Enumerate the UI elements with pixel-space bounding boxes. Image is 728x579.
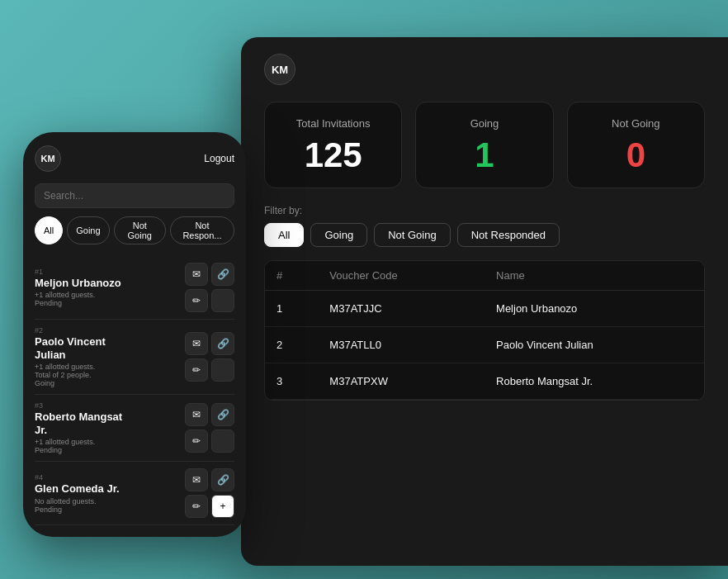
row-number: 3 xyxy=(265,363,318,400)
guest-actions: ✉ 🔗 ✏ xyxy=(185,332,234,382)
spacer-btn xyxy=(211,358,234,382)
guest-actions: ✉ 🔗 ✏ + xyxy=(185,468,234,518)
col-number: # xyxy=(265,261,318,291)
phone-guest-item: #4 Glen Comeda Jr. No allotted guests. P… xyxy=(35,462,234,525)
stat-going-value: 1 xyxy=(475,138,494,173)
stats-row: Total Invitations 125 Going 1 Not Going … xyxy=(264,102,705,188)
col-voucher: Voucher Code xyxy=(318,261,485,291)
stat-total-value: 125 xyxy=(305,138,362,173)
guest-number: #3 xyxy=(35,401,185,410)
guest-actions: ✉ 🔗 ✏ xyxy=(185,403,234,453)
guest-info: #2 Paolo VincentJulian +1 allotted guest… xyxy=(35,326,185,387)
phone-guest-item: #3 Roberto MangsatJr. +1 allotted guests… xyxy=(35,395,234,462)
row-voucher: M37ATPXW xyxy=(318,363,485,400)
guest-number: #2 xyxy=(35,326,185,335)
edit-button[interactable]: ✏ xyxy=(185,289,208,312)
guest-status: Pending xyxy=(35,446,185,454)
data-table: # Voucher Code Name 1 M37ATJJC Meljon Ur… xyxy=(265,261,704,400)
logout-button[interactable]: Logout xyxy=(204,153,234,164)
guest-name: Glen Comeda Jr. xyxy=(35,482,185,496)
phone-device: KM Logout All Going Not Going Not Respon… xyxy=(23,132,246,537)
row-voucher: M37ATLL0 xyxy=(318,327,485,363)
col-name: Name xyxy=(485,261,704,291)
phone-tab-not-responded[interactable]: Not Respon... xyxy=(170,216,234,244)
row-name: Meljon Urbanozo xyxy=(485,291,704,327)
table-row[interactable]: 1 M37ATJJC Meljon Urbanozo xyxy=(265,291,704,327)
email-button[interactable]: ✉ xyxy=(185,332,208,355)
email-button[interactable]: ✉ xyxy=(185,263,208,286)
filter-section: Filter by: All Going Not Going Not Respo… xyxy=(264,205,705,247)
tablet-header: KM xyxy=(264,54,705,85)
data-table-wrapper: # Voucher Code Name 1 M37ATJJC Meljon Ur… xyxy=(264,260,705,401)
guest-info: #3 Roberto MangsatJr. +1 allotted guests… xyxy=(35,401,185,454)
row-number: 1 xyxy=(265,291,318,327)
phone-tab-not-going[interactable]: Not Going xyxy=(114,216,166,244)
phone-header: KM Logout xyxy=(35,145,234,172)
stat-card-total: Total Invitations 125 xyxy=(264,102,402,188)
edit-button[interactable]: ✏ xyxy=(185,430,208,453)
link-button[interactable]: 🔗 xyxy=(211,332,234,355)
filter-buttons: All Going Not Going Not Responded xyxy=(264,223,705,247)
stat-not-going-value: 0 xyxy=(626,138,645,173)
add-button[interactable]: + xyxy=(211,495,234,518)
phone-guest-list: #1 Meljon Urbanozo +1 allotted guests. P… xyxy=(35,256,234,525)
table-row[interactable]: 3 M37ATPXW Roberto Mangsat Jr. xyxy=(265,363,704,400)
phone-guest-item: #2 Paolo VincentJulian +1 allotted guest… xyxy=(35,320,234,395)
filter-not-going-button[interactable]: Not Going xyxy=(374,223,451,247)
guest-meta: +1 allotted guests. xyxy=(35,291,185,299)
guest-actions: ✉ 🔗 ✏ xyxy=(185,263,234,312)
row-name: Roberto Mangsat Jr. xyxy=(485,363,704,400)
guest-number: #4 xyxy=(35,473,185,482)
stat-card-not-going: Not Going 0 xyxy=(567,102,705,188)
row-number: 2 xyxy=(265,327,318,363)
guest-number: #1 xyxy=(35,268,185,276)
phone-search-input[interactable] xyxy=(35,183,234,208)
tablet-avatar: KM xyxy=(264,54,295,85)
table-row[interactable]: 2 M37ATLL0 Paolo Vincent Julian xyxy=(265,327,704,363)
phone-tab-all[interactable]: All xyxy=(35,216,63,244)
tablet-device: KM Total Invitations 125 Going 1 Not Goi… xyxy=(241,37,728,566)
edit-button[interactable]: ✏ xyxy=(185,495,208,518)
stat-card-going: Going 1 xyxy=(415,102,553,188)
row-name: Paolo Vincent Julian xyxy=(485,327,704,363)
phone-guest-item: #1 Meljon Urbanozo +1 allotted guests. P… xyxy=(35,256,234,320)
link-button[interactable]: 🔗 xyxy=(211,403,234,426)
stat-total-label: Total Invitations xyxy=(296,117,371,130)
guest-status: Pending xyxy=(35,299,185,307)
table-header-row: # Voucher Code Name xyxy=(265,261,704,291)
guest-name: Meljon Urbanozo xyxy=(35,277,185,290)
spacer-btn xyxy=(211,289,234,312)
spacer-btn xyxy=(211,430,234,453)
phone-tab-going[interactable]: Going xyxy=(67,216,109,244)
stat-not-going-label: Not Going xyxy=(612,117,660,130)
row-voucher: M37ATJJC xyxy=(318,291,485,327)
edit-button[interactable]: ✏ xyxy=(185,358,208,382)
guest-meta: No allotted guests. xyxy=(35,497,185,505)
guest-meta: +1 allotted guests.Total of 2 people. xyxy=(35,363,185,379)
email-button[interactable]: ✉ xyxy=(185,403,208,426)
guest-info: #1 Meljon Urbanozo +1 allotted guests. P… xyxy=(35,268,185,308)
filter-label: Filter by: xyxy=(264,205,705,216)
guest-name: Paolo VincentJulian xyxy=(35,335,185,361)
phone-filter-tabs: All Going Not Going Not Respon... xyxy=(35,216,234,244)
phone-avatar: KM xyxy=(35,145,61,172)
guest-info: #4 Glen Comeda Jr. No allotted guests. P… xyxy=(35,473,185,514)
link-button[interactable]: 🔗 xyxy=(211,468,234,491)
guest-status: Going xyxy=(35,379,185,387)
filter-going-button[interactable]: Going xyxy=(310,223,367,247)
filter-all-button[interactable]: All xyxy=(264,223,304,247)
guest-name: Roberto MangsatJr. xyxy=(35,411,185,436)
guest-status: Pending xyxy=(35,505,185,514)
filter-not-responded-button[interactable]: Not Responded xyxy=(457,223,560,247)
email-button[interactable]: ✉ xyxy=(185,468,208,491)
guest-meta: +1 allotted guests. xyxy=(35,438,185,446)
stat-going-label: Going xyxy=(470,117,499,130)
link-button[interactable]: 🔗 xyxy=(211,263,234,286)
